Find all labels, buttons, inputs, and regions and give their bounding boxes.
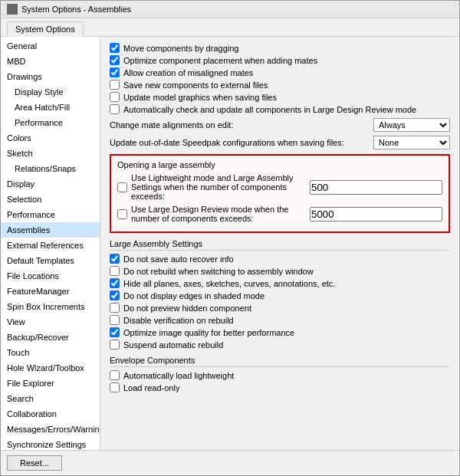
sidebar-item-area-hatch-fill[interactable]: Area Hatch/Fill [1, 100, 100, 115]
top-checkbox-label-1: Optimize component placement when adding… [123, 56, 317, 65]
sidebar-item-display-style[interactable]: Display Style [1, 84, 100, 100]
top-checkbox-label-4: Update model graphics when saving files [123, 93, 277, 102]
top-checkbox-row-0: Move components by dragging [110, 43, 450, 53]
top-checkbox-row-1: Optimize component placement when adding… [110, 55, 450, 65]
las-checkbox-1[interactable] [110, 266, 120, 276]
sidebar-item-default-templates[interactable]: Default Templates [1, 253, 100, 268]
sidebar-item-mbd[interactable]: MBD [1, 54, 100, 69]
sidebar-item-colors[interactable]: Colors [1, 130, 100, 146]
field-row-1: Update out-of-date Speedpak configuratio… [110, 136, 450, 149]
field-label-1: Update out-of-date Speedpak configuratio… [110, 138, 373, 147]
sidebar-item-collaboration[interactable]: Collaboration [1, 406, 100, 422]
top-checkbox-1[interactable] [110, 55, 120, 65]
tab-system-options[interactable]: System Options [7, 21, 84, 37]
las-checkbox-6[interactable] [110, 327, 120, 337]
spin-row-0: Use Lightweight mode and Large Assembly … [117, 173, 442, 201]
top-checkbox-0[interactable] [110, 43, 120, 53]
top-checkbox-label-2: Allow creation of misaligned mates [123, 68, 253, 77]
top-checkbox-label-5: Automatically check and update all compo… [123, 105, 416, 114]
env-checkbox-1[interactable] [110, 382, 120, 392]
window-title: System Options - Assemblies [21, 5, 131, 14]
las-checkbox-row-4: Do not preview hidden component [110, 303, 450, 313]
sidebar-item-sketch[interactable]: Sketch [1, 146, 100, 161]
las-checkbox-row-0: Do not save auto recover info [110, 254, 450, 264]
top-checkbox-3[interactable] [110, 80, 120, 90]
las-checkbox-label-4: Do not preview hidden component [123, 304, 251, 313]
las-checkbox-2[interactable] [110, 278, 120, 288]
field-row-0: Change mate alignments on edit:Always [110, 118, 450, 132]
field-label-0: Change mate alignments on edit: [110, 120, 373, 130]
main-content: GeneralMBDDrawingsDisplay StyleArea Hatc… [1, 37, 459, 450]
sidebar-item-touch[interactable]: Touch [1, 345, 100, 360]
env-checkbox-row-0: Automatically load lightweight [110, 370, 450, 380]
envelope-components-title: Envelope Components [110, 356, 450, 367]
sidebar-item-general[interactable]: General [1, 38, 100, 54]
las-checkbox-label-0: Do not save auto recover info [123, 254, 234, 264]
las-checkbox-label-2: Hide all planes, axes, sketches, curves,… [123, 279, 335, 288]
las-checkbox-label-6: Optimize image quality for better perfor… [123, 328, 294, 337]
spin-input-0[interactable] [310, 180, 442, 195]
reset-button[interactable]: Reset... [7, 455, 62, 471]
sidebar-item-performance[interactable]: Performance [1, 207, 100, 222]
app-icon [7, 4, 18, 15]
sidebar-item-featuremanager[interactable]: FeatureManager [1, 284, 100, 299]
sidebar-item-view[interactable]: View [1, 314, 100, 330]
spin-checkbox-0[interactable] [117, 182, 127, 192]
tab-bar: System Options [1, 18, 459, 37]
top-checkbox-row-3: Save new components to external files [110, 80, 450, 90]
large-assembly-settings-title: Large Assembly Settings [110, 239, 450, 251]
sidebar-item-display[interactable]: Display [1, 176, 100, 192]
top-checkbox-label-0: Move components by dragging [123, 44, 238, 53]
sidebar-item-synchronize-settings[interactable]: Synchronize Settings [1, 437, 100, 450]
top-checkbox-label-3: Save new components to external files [123, 80, 268, 90]
las-checkbox-row-7: Suspend automatic rebuild [110, 340, 450, 350]
sidebar-item-drawings[interactable]: Drawings [1, 69, 100, 84]
sidebar-item-backup-recover[interactable]: Backup/Recover [1, 330, 100, 345]
field-select-1[interactable]: None [373, 136, 450, 149]
spin-input-1[interactable] [310, 207, 442, 222]
large-assembly-box: Opening a large assembly Use Lightweight… [110, 154, 450, 233]
las-checkbox-row-6: Optimize image quality for better perfor… [110, 327, 450, 337]
las-checkbox-row-2: Hide all planes, axes, sketches, curves,… [110, 278, 450, 288]
top-checkbox-5[interactable] [110, 104, 120, 114]
env-checkbox-label-0: Automatically load lightweight [123, 371, 234, 380]
title-bar: System Options - Assemblies [1, 1, 459, 18]
sidebar-item-external-references[interactable]: External References [1, 238, 100, 253]
sidebar-item-file-locations[interactable]: File Locations [1, 268, 100, 284]
sidebar-item-performance[interactable]: Performance [1, 115, 100, 130]
top-checkbox-2[interactable] [110, 67, 120, 77]
field-select-0[interactable]: Always [373, 118, 450, 132]
spin-checkbox-1[interactable] [117, 209, 127, 219]
right-panel: Move components by draggingOptimize comp… [100, 37, 459, 450]
sidebar-item-relations-snaps[interactable]: Relations/Snaps [1, 161, 100, 176]
sidebar-item-spin-box-increments[interactable]: Spin Box Increments [1, 299, 100, 314]
las-checkbox-row-3: Do not display edges in shaded mode [110, 291, 450, 300]
top-checkbox-row-2: Allow creation of misaligned mates [110, 67, 450, 77]
sidebar-item-messages-errors-warnings[interactable]: Messages/Errors/Warnings [1, 422, 100, 437]
spin-row-1: Use Large Design Review mode when the nu… [117, 205, 442, 223]
main-window: System Options - Assemblies System Optio… [0, 0, 460, 476]
las-checkbox-7[interactable] [110, 340, 120, 350]
sidebar-item-selection[interactable]: Selection [1, 192, 100, 207]
top-checkbox-4[interactable] [110, 92, 120, 102]
las-checkbox-label-5: Disable verification on rebuild [123, 316, 234, 325]
env-checkbox-label-1: Load read-only [123, 383, 179, 392]
large-assembly-box-title: Opening a large assembly [117, 160, 442, 169]
las-checkbox-row-5: Disable verification on rebuild [110, 315, 450, 325]
top-checkbox-row-5: Automatically check and update all compo… [110, 104, 450, 114]
sidebar-item-assemblies[interactable]: Assemblies [1, 222, 100, 238]
las-checkbox-5[interactable] [110, 315, 120, 325]
env-checkbox-0[interactable] [110, 370, 120, 380]
las-checkbox-label-1: Do not rebuild when switching to assembl… [123, 267, 314, 276]
sidebar-item-search[interactable]: Search [1, 391, 100, 406]
las-checkbox-row-1: Do not rebuild when switching to assembl… [110, 266, 450, 276]
bottom-bar: Reset... [1, 450, 459, 475]
las-checkbox-label-7: Suspend automatic rebuild [123, 340, 223, 350]
las-checkbox-0[interactable] [110, 254, 120, 264]
las-checkbox-4[interactable] [110, 303, 120, 313]
sidebar-item-hole-wizard-toolbox[interactable]: Hole Wizard/Toolbox [1, 360, 100, 376]
sidebar-item-file-explorer[interactable]: File Explorer [1, 376, 100, 391]
las-checkbox-3[interactable] [110, 291, 120, 300]
top-checkbox-row-4: Update model graphics when saving files [110, 92, 450, 102]
spin-label-1: Use Large Design Review mode when the nu… [131, 205, 310, 223]
